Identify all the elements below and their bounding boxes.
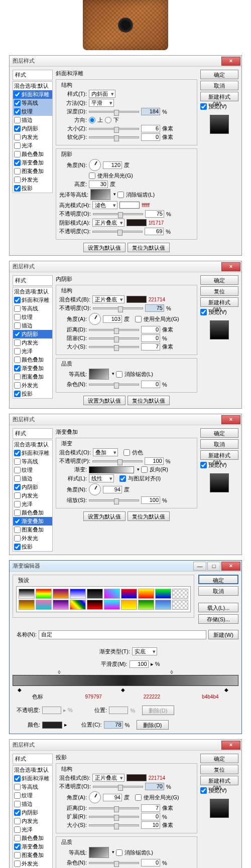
bevel-style-combo[interactable]: 内斜面 xyxy=(89,90,115,98)
style-outer-glow[interactable]: 外发光 xyxy=(13,176,52,184)
styles-header: 样式 xyxy=(13,70,53,80)
size-slider[interactable] xyxy=(89,128,139,130)
set-default-button[interactable]: 设置为默认值 xyxy=(83,243,126,252)
size-value[interactable]: 6 xyxy=(141,125,160,132)
dir-down[interactable] xyxy=(105,117,111,123)
layer-style-dialog-gradient-overlay: 图层样式× 样式 混合选项:默认 斜面和浮雕 等高线 纹理 描边 内阴影 内发光… xyxy=(9,414,242,555)
style-gradient-overlay[interactable]: 渐变叠加 xyxy=(13,517,52,526)
shadow-swatch[interactable] xyxy=(127,219,147,226)
dir-up[interactable] xyxy=(89,117,95,123)
close-icon[interactable]: × xyxy=(221,262,240,271)
style-drop-shadow[interactable]: 投影 xyxy=(13,184,52,193)
cancel-button[interactable]: 取消 xyxy=(200,81,238,90)
gradient-name-field[interactable] xyxy=(39,630,206,639)
style-satin[interactable]: 光泽 xyxy=(13,141,52,150)
close-icon[interactable]: × xyxy=(221,562,240,571)
styles-list: 混合选项:默认 斜面和浮雕 等高线 纹理 描边 内阴影 内发光 光泽 颜色叠加 … xyxy=(13,81,53,193)
bevel-technique-combo[interactable]: 平滑 xyxy=(89,99,114,107)
close-icon[interactable]: × xyxy=(221,415,240,424)
gradient-editor-dialog: 渐变编辑器 — □ × 预设 确定 取消 载入(L)... 存储(S)... 名… xyxy=(9,560,242,734)
use-global-chk[interactable] xyxy=(89,172,95,179)
minimize-icon[interactable]: — xyxy=(193,562,206,571)
dialog-title: 图层样式 xyxy=(13,57,221,65)
depth-slider[interactable] xyxy=(89,111,139,113)
ok-button[interactable]: 确定 xyxy=(198,575,238,584)
layer-style-dialog-inner-shadow: 图层样式× 样式 混合选项:默认 斜面和浮雕 等高线 纹理 描边 内阴影 内发光… xyxy=(9,261,242,409)
preview-swatch xyxy=(210,115,229,134)
close-icon[interactable]: × xyxy=(221,57,240,66)
style-inner-shadow[interactable]: 内阴影 xyxy=(13,124,52,133)
angle-dial[interactable] xyxy=(89,159,101,171)
new-style-button[interactable]: 新建样式(W)... xyxy=(200,92,238,101)
layer-style-dialog-bevel: 图层样式× 样式 混合选项:默认 斜面和浮雕 等高线 纹理 描边 内阴影 内发光… xyxy=(9,55,242,256)
delete-stop-button[interactable]: 删除(D) xyxy=(137,720,169,730)
style-contour[interactable]: 等高线 xyxy=(13,99,52,107)
panel-title: 斜面和浮雕 xyxy=(56,70,197,77)
maximize-icon[interactable]: □ xyxy=(207,562,220,571)
soften-value[interactable]: 0 xyxy=(141,133,160,141)
gradient-bar[interactable] xyxy=(89,466,134,473)
style-stroke[interactable]: 描边 xyxy=(13,116,52,124)
style-color-overlay[interactable]: 颜色叠加 xyxy=(13,150,52,158)
style-texture[interactable]: 纹理 xyxy=(13,107,52,116)
preview-chk[interactable] xyxy=(200,103,207,110)
new-gradient-button[interactable]: 新建(W) xyxy=(208,630,238,639)
style-inner-shadow[interactable]: 内阴影 xyxy=(13,330,52,338)
gradient-presets[interactable] xyxy=(16,586,191,612)
gradient-ramp[interactable]: ◆◆◆ xyxy=(13,675,238,686)
save-button[interactable]: 存储(S)... xyxy=(198,614,238,624)
color-stop-swatch[interactable] xyxy=(42,722,62,729)
depth-value[interactable]: 184 xyxy=(141,108,160,115)
reset-default-button[interactable]: 复位为默认值 xyxy=(128,243,170,252)
blend-options[interactable]: 混合选项:默认 xyxy=(13,82,52,90)
ok-button[interactable]: 确定 xyxy=(200,70,238,79)
style-inner-glow[interactable]: 内发光 xyxy=(13,133,52,141)
load-button[interactable]: 载入(L)... xyxy=(198,603,238,612)
wallet-image xyxy=(83,0,168,50)
style-bevel[interactable]: 斜面和浮雕 xyxy=(13,90,52,99)
highlight-swatch[interactable] xyxy=(119,202,140,209)
cancel-button[interactable]: 取消 xyxy=(198,586,238,596)
gloss-contour[interactable] xyxy=(90,189,110,200)
layer-style-dialog-drop-shadow: 图层样式× 样式 混合选项:默认 斜面和浮雕 等高线 纹理 描边 内阴影 内发光… xyxy=(9,739,242,868)
style-pattern-overlay[interactable]: 图案叠加 xyxy=(13,167,52,176)
close-icon[interactable]: × xyxy=(221,741,240,750)
soften-slider[interactable] xyxy=(89,136,139,138)
style-gradient-overlay[interactable]: 渐变叠加 xyxy=(13,158,52,167)
